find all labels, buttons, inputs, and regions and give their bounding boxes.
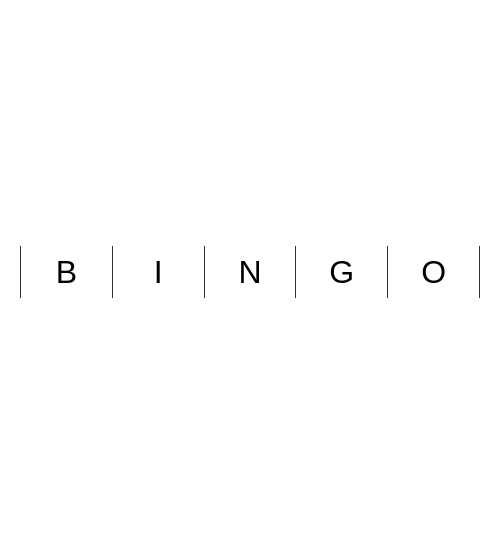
header-letter-g: G bbox=[296, 246, 388, 298]
header-letter-b: B bbox=[21, 246, 113, 298]
bingo-card: BINGO bbox=[20, 246, 480, 298]
bingo-header-row: BINGO bbox=[21, 246, 480, 298]
header-letter-o: O bbox=[388, 246, 480, 298]
header-letter-i: I bbox=[112, 246, 204, 298]
header-letter-n: N bbox=[204, 246, 296, 298]
